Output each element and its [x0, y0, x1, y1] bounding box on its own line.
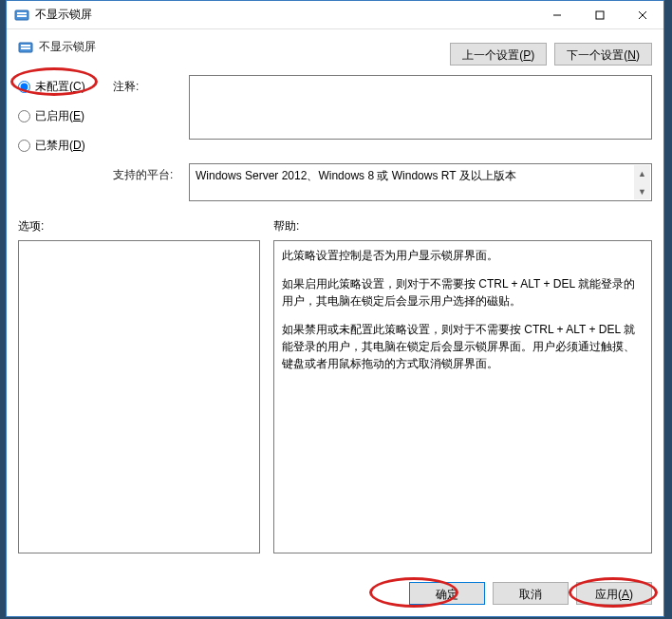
- radio-not-configured[interactable]: 未配置(C): [18, 79, 113, 95]
- policy-icon: [14, 8, 29, 23]
- svg-rect-4: [596, 11, 604, 19]
- help-panel: 此策略设置控制是否为用户显示锁屏界面。 如果启用此策略设置，则对于不需要按 CT…: [273, 240, 652, 553]
- radio-enabled[interactable]: 已启用(E): [18, 108, 113, 124]
- minimize-button[interactable]: [535, 1, 578, 28]
- dialog-content: 不显示锁屏 上一个设置(P) 下一个设置(N) 未配置(C) 已启用(E): [7, 29, 663, 616]
- next-setting-button[interactable]: 下一个设置(N): [554, 43, 652, 66]
- comment-textarea[interactable]: [189, 75, 652, 140]
- maximize-button[interactable]: [578, 1, 621, 28]
- policy-icon: [18, 40, 33, 55]
- supported-platform-box: Windows Server 2012、Windows 8 或 Windows …: [189, 163, 652, 201]
- scroll-down-icon[interactable]: ▼: [634, 183, 650, 199]
- comment-label: 注释:: [113, 75, 189, 95]
- apply-button[interactable]: 应用(A): [576, 582, 652, 605]
- state-radios: 未配置(C) 已启用(E) 已禁用(D): [18, 75, 113, 154]
- radio-disabled[interactable]: 已禁用(D): [18, 138, 113, 154]
- radio-enabled-input[interactable]: [18, 110, 30, 122]
- svg-rect-2: [17, 15, 27, 17]
- titlebar[interactable]: 不显示锁屏: [7, 1, 663, 29]
- ok-button[interactable]: 确定: [409, 582, 485, 605]
- platform-label: 支持的平台:: [113, 163, 189, 201]
- cancel-button[interactable]: 取消: [493, 582, 569, 605]
- help-paragraph: 此策略设置控制是否为用户显示锁屏界面。: [282, 247, 644, 264]
- dialog-window: 不显示锁屏 不显示锁屏: [6, 0, 664, 617]
- help-paragraph: 如果禁用或未配置此策略设置，则对于不需要按 CTRL + ALT + DEL 就…: [282, 321, 644, 372]
- scrollbar[interactable]: ▲ ▼: [634, 165, 650, 199]
- previous-setting-button[interactable]: 上一个设置(P): [450, 43, 547, 66]
- help-label: 帮助:: [273, 218, 652, 234]
- window-title: 不显示锁屏: [35, 7, 535, 23]
- svg-rect-9: [21, 47, 30, 49]
- svg-rect-8: [21, 45, 30, 47]
- close-button[interactable]: [621, 1, 663, 28]
- svg-rect-1: [17, 12, 27, 14]
- help-paragraph: 如果启用此策略设置，则对于不需要按 CTRL + ALT + DEL 就能登录的…: [282, 275, 644, 310]
- radio-disabled-input[interactable]: [18, 140, 30, 152]
- scroll-up-icon[interactable]: ▲: [634, 165, 650, 181]
- radio-not-configured-input[interactable]: [18, 81, 30, 93]
- page-title: 不显示锁屏: [39, 39, 96, 55]
- options-label: 选项:: [18, 218, 260, 234]
- platform-text: Windows Server 2012、Windows 8 或 Windows …: [196, 169, 516, 182]
- options-panel: [18, 240, 260, 553]
- dialog-footer: 确定 取消 应用(A): [18, 582, 652, 605]
